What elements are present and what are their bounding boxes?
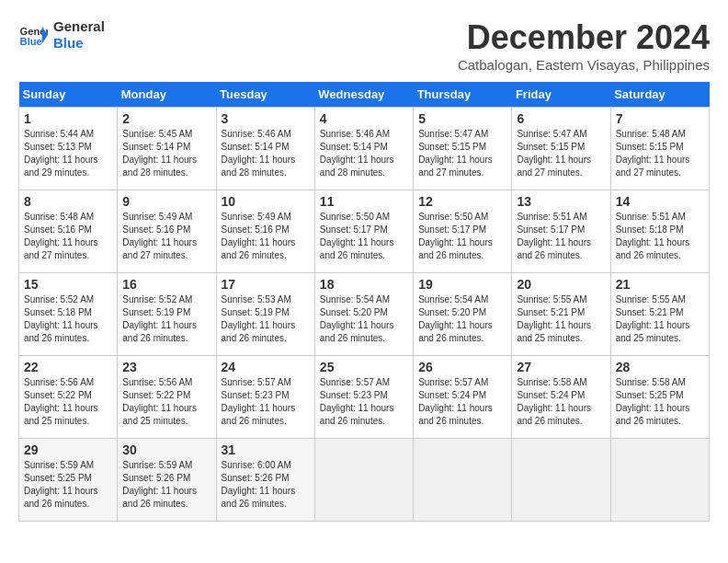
day-info: Sunrise: 5:55 AM Sunset: 5:21 PM Dayligh… [616, 293, 704, 345]
calendar-day-cell: 28Sunrise: 5:58 AM Sunset: 5:25 PM Dayli… [610, 356, 709, 439]
calendar-day-cell: 10Sunrise: 5:49 AM Sunset: 5:16 PM Dayli… [216, 190, 314, 273]
day-number: 17 [222, 277, 310, 292]
day-info: Sunrise: 5:57 AM Sunset: 5:24 PM Dayligh… [418, 376, 506, 428]
day-info: Sunrise: 5:48 AM Sunset: 5:16 PM Dayligh… [24, 211, 112, 262]
day-number: 3 [222, 111, 310, 126]
calendar-day-cell [414, 439, 512, 522]
svg-text:Blue: Blue [20, 36, 42, 47]
logo: General Blue General Blue [18, 18, 105, 52]
day-info: Sunrise: 5:47 AM Sunset: 5:15 PM Dayligh… [418, 128, 506, 179]
calendar-day-cell: 12Sunrise: 5:50 AM Sunset: 5:17 PM Dayli… [414, 190, 512, 273]
day-number: 19 [418, 277, 506, 292]
calendar-week-row: 8Sunrise: 5:48 AM Sunset: 5:16 PM Daylig… [19, 190, 710, 273]
calendar-day-cell: 15Sunrise: 5:52 AM Sunset: 5:18 PM Dayli… [19, 273, 118, 356]
logo-line2: Blue [53, 35, 105, 52]
calendar-day-cell: 30Sunrise: 5:59 AM Sunset: 5:26 PM Dayli… [118, 439, 216, 522]
calendar-day-cell: 13Sunrise: 5:51 AM Sunset: 5:17 PM Dayli… [512, 190, 610, 273]
logo-line1: General [53, 18, 105, 35]
day-info: Sunrise: 5:56 AM Sunset: 5:22 PM Dayligh… [122, 376, 210, 428]
calendar-header-cell: Saturday [610, 82, 709, 108]
calendar-day-cell: 23Sunrise: 5:56 AM Sunset: 5:22 PM Dayli… [118, 356, 216, 439]
calendar-day-cell: 5Sunrise: 5:47 AM Sunset: 5:15 PM Daylig… [414, 108, 512, 190]
calendar-day-cell: 8Sunrise: 5:48 AM Sunset: 5:16 PM Daylig… [19, 190, 118, 273]
location-title: Catbalogan, Eastern Visayas, Philippines [458, 57, 710, 73]
calendar-day-cell: 3Sunrise: 5:46 AM Sunset: 5:14 PM Daylig… [216, 108, 314, 190]
day-info: Sunrise: 5:59 AM Sunset: 5:25 PM Dayligh… [24, 459, 112, 511]
calendar-header-cell: Friday [512, 82, 610, 108]
calendar-day-cell: 20Sunrise: 5:55 AM Sunset: 5:21 PM Dayli… [512, 273, 610, 356]
day-info: Sunrise: 5:47 AM Sunset: 5:15 PM Dayligh… [517, 128, 605, 179]
day-number: 29 [24, 442, 112, 457]
day-number: 1 [24, 111, 112, 126]
day-info: Sunrise: 5:49 AM Sunset: 5:16 PM Dayligh… [122, 211, 210, 262]
day-info: Sunrise: 5:55 AM Sunset: 5:21 PM Dayligh… [517, 293, 605, 345]
day-number: 21 [616, 277, 704, 292]
day-number: 27 [517, 360, 605, 374]
calendar-header-cell: Wednesday [314, 82, 413, 108]
day-number: 6 [517, 111, 605, 126]
calendar-day-cell: 29Sunrise: 5:59 AM Sunset: 5:25 PM Dayli… [19, 439, 118, 522]
day-info: Sunrise: 5:45 AM Sunset: 5:14 PM Dayligh… [122, 128, 210, 179]
title-area: December 2024 Catbalogan, Eastern Visaya… [458, 18, 710, 73]
calendar-day-cell: 11Sunrise: 5:50 AM Sunset: 5:17 PM Dayli… [314, 190, 413, 273]
day-info: Sunrise: 5:54 AM Sunset: 5:20 PM Dayligh… [320, 293, 408, 345]
calendar-day-cell: 7Sunrise: 5:48 AM Sunset: 5:15 PM Daylig… [610, 108, 709, 190]
day-number: 15 [24, 277, 112, 292]
calendar-day-cell: 9Sunrise: 5:49 AM Sunset: 5:16 PM Daylig… [118, 190, 216, 273]
calendar-week-row: 29Sunrise: 5:59 AM Sunset: 5:25 PM Dayli… [19, 439, 710, 522]
day-info: Sunrise: 6:00 AM Sunset: 5:26 PM Dayligh… [222, 459, 310, 511]
calendar-day-cell: 27Sunrise: 5:58 AM Sunset: 5:24 PM Dayli… [512, 356, 610, 439]
calendar-day-cell: 22Sunrise: 5:56 AM Sunset: 5:22 PM Dayli… [19, 356, 118, 439]
header: General Blue General Blue December 2024 … [18, 18, 710, 73]
calendar-day-cell: 6Sunrise: 5:47 AM Sunset: 5:15 PM Daylig… [512, 108, 610, 190]
day-number: 28 [616, 360, 704, 374]
day-info: Sunrise: 5:51 AM Sunset: 5:17 PM Dayligh… [517, 211, 605, 262]
day-number: 8 [24, 194, 112, 209]
calendar-day-cell: 21Sunrise: 5:55 AM Sunset: 5:21 PM Dayli… [610, 273, 709, 356]
calendar-week-row: 15Sunrise: 5:52 AM Sunset: 5:18 PM Dayli… [19, 273, 710, 356]
calendar-day-cell: 2Sunrise: 5:45 AM Sunset: 5:14 PM Daylig… [118, 108, 216, 190]
day-number: 7 [616, 111, 704, 126]
day-info: Sunrise: 5:53 AM Sunset: 5:19 PM Dayligh… [222, 293, 310, 345]
day-number: 14 [616, 194, 704, 209]
calendar-day-cell: 1Sunrise: 5:44 AM Sunset: 5:13 PM Daylig… [19, 108, 118, 190]
day-info: Sunrise: 5:50 AM Sunset: 5:17 PM Dayligh… [418, 211, 506, 262]
calendar-day-cell: 26Sunrise: 5:57 AM Sunset: 5:24 PM Dayli… [414, 356, 512, 439]
day-info: Sunrise: 5:49 AM Sunset: 5:16 PM Dayligh… [222, 211, 310, 262]
day-number: 12 [418, 194, 506, 209]
day-info: Sunrise: 5:57 AM Sunset: 5:23 PM Dayligh… [222, 376, 310, 428]
day-info: Sunrise: 5:51 AM Sunset: 5:18 PM Dayligh… [616, 211, 704, 262]
calendar-header-cell: Monday [118, 82, 216, 108]
day-number: 4 [320, 111, 408, 126]
day-number: 25 [320, 360, 408, 374]
day-number: 22 [24, 360, 112, 374]
day-info: Sunrise: 5:57 AM Sunset: 5:23 PM Dayligh… [320, 376, 408, 428]
calendar-day-cell: 25Sunrise: 5:57 AM Sunset: 5:23 PM Dayli… [314, 356, 413, 439]
calendar-day-cell [314, 439, 413, 522]
day-info: Sunrise: 5:54 AM Sunset: 5:20 PM Dayligh… [418, 293, 506, 345]
calendar-day-cell: 4Sunrise: 5:46 AM Sunset: 5:14 PM Daylig… [314, 108, 413, 190]
day-info: Sunrise: 5:52 AM Sunset: 5:18 PM Dayligh… [24, 293, 112, 345]
day-number: 2 [122, 111, 210, 126]
day-number: 23 [122, 360, 210, 374]
calendar-day-cell [512, 439, 610, 522]
calendar-day-cell: 19Sunrise: 5:54 AM Sunset: 5:20 PM Dayli… [414, 273, 512, 356]
day-info: Sunrise: 5:50 AM Sunset: 5:17 PM Dayligh… [320, 211, 408, 262]
day-info: Sunrise: 5:48 AM Sunset: 5:15 PM Dayligh… [616, 128, 704, 179]
day-number: 9 [122, 194, 210, 209]
day-number: 10 [222, 194, 310, 209]
day-number: 24 [222, 360, 310, 374]
day-info: Sunrise: 5:46 AM Sunset: 5:14 PM Dayligh… [222, 128, 310, 179]
calendar-header-cell: Sunday [19, 82, 118, 108]
day-info: Sunrise: 5:44 AM Sunset: 5:13 PM Dayligh… [24, 128, 112, 179]
calendar-day-cell: 17Sunrise: 5:53 AM Sunset: 5:19 PM Dayli… [216, 273, 314, 356]
calendar-day-cell: 24Sunrise: 5:57 AM Sunset: 5:23 PM Dayli… [216, 356, 314, 439]
day-info: Sunrise: 5:46 AM Sunset: 5:14 PM Dayligh… [320, 128, 408, 179]
day-info: Sunrise: 5:59 AM Sunset: 5:26 PM Dayligh… [122, 459, 210, 511]
day-number: 13 [517, 194, 605, 209]
calendar-day-cell: 18Sunrise: 5:54 AM Sunset: 5:20 PM Dayli… [314, 273, 413, 356]
day-number: 18 [320, 277, 408, 292]
day-number: 20 [517, 277, 605, 292]
day-info: Sunrise: 5:58 AM Sunset: 5:24 PM Dayligh… [517, 376, 605, 428]
calendar-table: SundayMondayTuesdayWednesdayThursdayFrid… [18, 82, 710, 522]
